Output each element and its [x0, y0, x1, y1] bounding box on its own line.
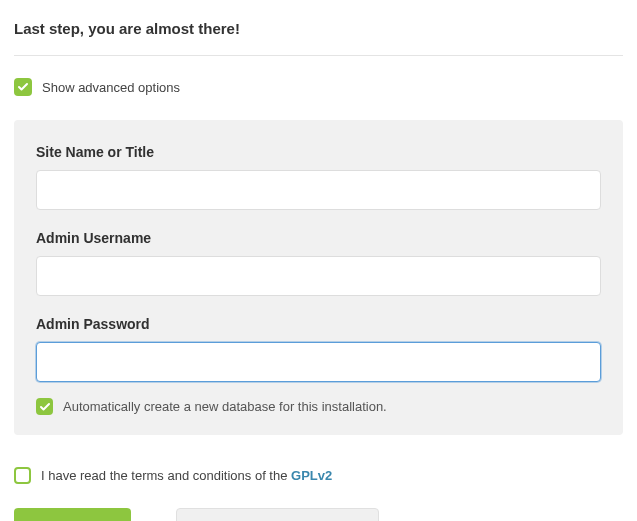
advanced-panel: Site Name or Title Admin Username Admin …: [14, 120, 623, 435]
admin-password-input[interactable]: [36, 342, 601, 382]
gplv2-link[interactable]: GPLv2: [291, 468, 332, 483]
terms-text: I have read the terms and conditions of …: [41, 468, 332, 483]
admin-password-label: Admin Password: [36, 316, 601, 332]
site-name-group: Site Name or Title: [36, 144, 601, 210]
check-icon: [39, 401, 51, 413]
install-now-button[interactable]: Install Now: [14, 508, 131, 521]
change-install-location-button[interactable]: Change Install Location: [176, 508, 379, 521]
site-name-label: Site Name or Title: [36, 144, 601, 160]
terms-row: I have read the terms and conditions of …: [14, 467, 623, 484]
admin-username-group: Admin Username: [36, 230, 601, 296]
terms-prefix: I have read the terms and conditions of …: [41, 468, 291, 483]
check-icon: [17, 81, 29, 93]
auto-db-label: Automatically create a new database for …: [63, 399, 387, 414]
show-advanced-label: Show advanced options: [42, 80, 180, 95]
terms-checkbox[interactable]: [14, 467, 31, 484]
page-title: Last step, you are almost there!: [14, 20, 623, 37]
admin-username-label: Admin Username: [36, 230, 601, 246]
show-advanced-checkbox[interactable]: [14, 78, 32, 96]
show-advanced-row: Show advanced options: [14, 78, 623, 96]
action-row: Install Now OR Change Install Location: [14, 508, 623, 521]
admin-username-input[interactable]: [36, 256, 601, 296]
site-name-input[interactable]: [36, 170, 601, 210]
divider: [14, 55, 623, 56]
auto-db-checkbox[interactable]: [36, 398, 53, 415]
admin-password-group: Admin Password: [36, 316, 601, 382]
auto-db-row: Automatically create a new database for …: [36, 398, 601, 415]
